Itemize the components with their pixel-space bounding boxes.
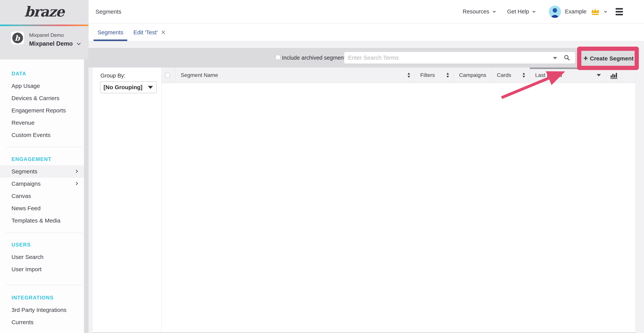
sidebar-item-custom-events[interactable]: Custom Events [0,129,84,141]
workspace-switcher[interactable]: b Mixpanel Demo Mixpanel Demo [0,26,88,60]
sidebar-item-engagement-reports[interactable]: Engagement Reports [0,104,84,117]
user-name: Example [565,9,586,15]
chevron-right-icon [75,170,78,173]
create-segment-button[interactable]: + Create Segment [582,51,634,66]
search-input[interactable] [348,52,548,64]
sidebar-item-devices-carriers[interactable]: Devices & Carriers [0,92,84,104]
chevron-down-icon [532,10,536,13]
column-campaigns[interactable]: Campaigns [454,68,491,83]
dropdown-caret-icon[interactable] [597,74,601,76]
segments-table: Segment Name Filters [162,68,636,332]
top-header: Segments Resources Get Help [88,0,644,24]
sidebar-item-templates-media[interactable]: Templates & Media [0,214,84,227]
resources-label: Resources [463,9,489,15]
resources-menu[interactable]: Resources [463,9,495,15]
create-segment-label: Create Segment [590,55,634,62]
sidebar-item-app-usage[interactable]: App Usage [0,80,84,92]
sidebar-item-campaigns[interactable]: Campaigns [0,178,84,190]
divider [6,285,82,285]
column-label: Segment Name [176,72,218,78]
segment-search-box [344,52,575,64]
sidebar-item-canvas[interactable]: Canvas [0,190,84,202]
column-chart[interactable] [606,68,621,83]
braze-logo: braze [24,4,64,21]
b-monogram-icon: b [12,33,23,43]
select-all-cell [162,68,175,83]
sidebar-item-currents[interactable]: Currents [0,316,84,328]
group-by-label: Group By: [100,73,126,79]
column-label: Filters [415,72,435,78]
sidebar-item-user-search[interactable]: User Search [0,251,84,263]
search-icon[interactable] [564,55,570,61]
group-by-value: [No Grouping] [100,84,142,91]
logo-area: braze [0,0,88,25]
horizontal-scrollbar[interactable] [93,332,636,333]
include-archived-label: Include archived segments [282,48,348,68]
nav-section-users: USERS [0,239,84,251]
sidebar-item-segments[interactable]: Segments [0,165,84,178]
hamburger-menu-icon[interactable] [616,8,623,15]
sidebar-item-revenue[interactable]: Revenue [0,117,84,129]
group-by-panel: Group By: [No Grouping] [93,68,162,332]
table-body-empty [162,83,636,332]
sidebar-scrollbar[interactable] [84,60,88,333]
bar-chart-icon [610,71,618,79]
tab-label: Edit 'Test' [134,29,158,36]
search-dropdown-caret-icon[interactable] [553,57,557,59]
sort-icon[interactable] [407,73,410,78]
column-label: Campaigns [454,72,486,78]
page-title: Segments [96,0,121,23]
sort-icon[interactable] [522,73,525,78]
divider [6,147,82,147]
sidebar-item-user-import[interactable]: User Import [0,263,84,275]
chevron-down-icon[interactable] [77,41,81,45]
nav-section-integrations: INTEGRATIONS [0,291,84,304]
segments-toolbar: Include archived segments + Create Segme… [88,48,636,68]
column-last-edited[interactable]: Last Edited [530,68,606,83]
plus-icon: + [584,54,588,63]
chevron-right-icon [75,182,78,185]
sidebar-item-3rd-party-integrations[interactable]: 3rd Party Integrations [0,304,84,316]
workspace-app-icon: b [11,32,24,45]
tab-segments[interactable]: Segments [94,24,127,41]
selected-column-strip [530,68,606,69]
column-cards[interactable]: Cards [491,68,530,83]
sidebar: braze b Mixpanel Demo Mixpanel Demo DATA… [0,0,88,333]
tab-edit-test[interactable]: Edit 'Test' ✕ [134,24,166,41]
nav-section-data: DATA [0,68,84,80]
column-label: Cards [492,72,511,78]
sidebar-nav: DATA App Usage Devices & Carriers Engage… [0,60,84,328]
tab-bar: Segments Edit 'Test' ✕ [88,24,644,42]
column-segment-name[interactable]: Segment Name [175,68,415,83]
dropdown-caret-icon [148,86,153,89]
table-header-row: Segment Name Filters [162,68,636,83]
get-help-label: Get Help [507,9,529,15]
chevron-down-icon[interactable] [604,10,607,13]
content-area: Include archived segments + Create Segme… [88,42,644,333]
active-tab-underline [94,40,127,41]
sort-icon[interactable] [446,73,449,78]
workspace-name: Mixpanel Demo [29,40,73,47]
workspace-app-label: Mixpanel Demo [29,32,64,38]
divider [6,232,82,233]
tab-label: Segments [97,29,123,36]
include-archived-checkbox[interactable] [276,55,280,60]
select-all-checkbox[interactable] [165,73,170,78]
column-filters[interactable]: Filters [414,68,454,83]
user-avatar[interactable] [549,6,561,18]
sidebar-item-news-feed[interactable]: News Feed [0,202,84,214]
sidebar-item-label: Campaigns [12,180,41,187]
sidebar-item-label: Segments [12,168,38,175]
chevron-down-icon [493,10,496,13]
braze-app: braze b Mixpanel Demo Mixpanel Demo DATA… [0,0,644,333]
main-area: Segments Resources Get Help [88,0,644,333]
column-label: Last Edited [530,72,562,78]
crown-icon [590,7,600,16]
group-by-select[interactable]: [No Grouping] [100,81,157,93]
brand-gradient-bar [0,25,88,26]
column-spacer [621,68,636,83]
close-icon[interactable]: ✕ [161,29,166,36]
get-help-menu[interactable]: Get Help [507,9,534,15]
nav-section-engagement: ENGAGEMENT [0,153,84,165]
